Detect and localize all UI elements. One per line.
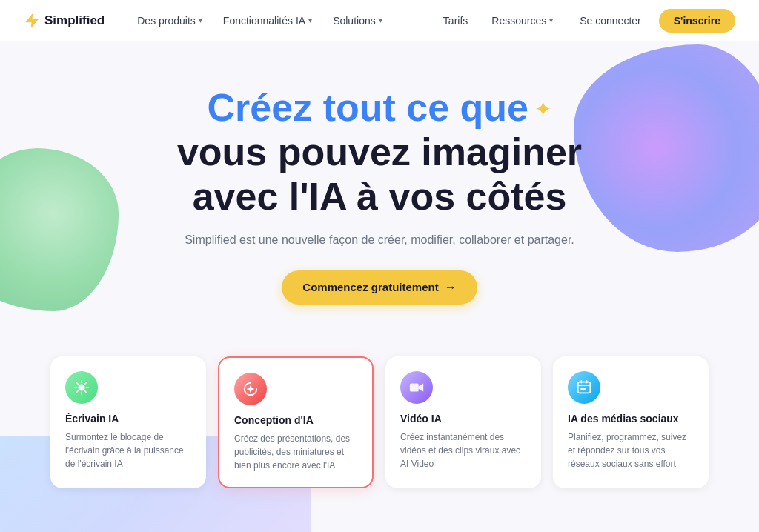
svg-rect-6	[583, 388, 586, 390]
card-medias-sociaux[interactable]: IA des médias sociaux Planifiez, program…	[553, 356, 709, 488]
hero-title-colored: Créez tout ce que	[208, 86, 528, 129]
card-icon-conception	[234, 373, 267, 405]
nav-label-solutions: Solutions	[333, 15, 376, 27]
nav-label-ai-features: Fonctionnalités IA	[223, 15, 305, 27]
hero-section: Créez tout ce que ✦ vous pouvez imaginer…	[0, 41, 759, 334]
card-conception-ia[interactable]: Conception d'IA Créez des présentations,…	[218, 356, 374, 488]
hero-title-dark-line2: avec l'IA à vos côtés	[15, 175, 744, 219]
logo[interactable]: Simplified	[24, 13, 105, 29]
sparkle-icon: ✦	[534, 97, 551, 122]
nav-label-products: Des produits	[137, 15, 196, 27]
card-video-ia[interactable]: Vidéo IA Créez instantanément des vidéos…	[385, 356, 541, 488]
nav-right: Tarifs Ressources ▾ Se connecter S'inscr…	[434, 9, 735, 33]
logo-icon	[24, 13, 40, 29]
nav-item-ai-features[interactable]: Fonctionnalités IA ▾	[214, 10, 321, 31]
cta-arrow-icon: →	[445, 281, 457, 294]
card-desc-ecrivain: Surmontez le blocage de l'écrivain grâce…	[65, 430, 191, 471]
cta-label: Commencez gratuitement	[302, 281, 438, 293]
nav-item-solutions[interactable]: Solutions ▾	[324, 10, 391, 31]
chevron-down-icon-resources: ▾	[549, 16, 553, 24]
card-desc-video: Créez instantanément des vidéos et des c…	[400, 430, 526, 471]
hero-subtitle: Simplified est une nouvelle façon de cré…	[15, 230, 744, 250]
cards-section: Écrivain IA Surmontez le blocage de l'éc…	[0, 334, 759, 503]
card-ecrivain-ia[interactable]: Écrivain IA Surmontez le blocage de l'éc…	[50, 356, 206, 488]
chevron-down-icon-solutions: ▾	[379, 16, 382, 24]
nav-label-resources: Ressources	[491, 15, 546, 27]
card-title-medias: IA des médias sociaux	[568, 413, 694, 425]
svg-rect-4	[578, 382, 591, 393]
card-title-video: Vidéo IA	[400, 413, 526, 425]
navbar: Simplified Des produits ▾ Fonctionnalité…	[0, 0, 759, 41]
card-title-ecrivain: Écrivain IA	[65, 413, 191, 425]
svg-rect-5	[580, 388, 583, 390]
nav-item-resources[interactable]: Ressources ▾	[483, 10, 562, 31]
nav-item-products[interactable]: Des produits ▾	[128, 10, 211, 31]
card-icon-video	[400, 371, 433, 404]
logo-text: Simplified	[44, 13, 105, 28]
chevron-down-icon-ai-features: ▾	[308, 16, 312, 24]
signup-button[interactable]: S'inscrire	[659, 9, 735, 33]
nav-item-pricing[interactable]: Tarifs	[434, 10, 477, 31]
svg-point-1	[78, 384, 84, 390]
chevron-down-icon-products: ▾	[199, 16, 202, 24]
card-desc-medias: Planifiez, programmez, suivez et réponde…	[568, 430, 694, 471]
card-icon-ecrivain	[65, 371, 98, 404]
nav-links: Des produits ▾ Fonctionnalités IA ▾ Solu…	[128, 10, 434, 31]
hero-title-dark-line1: vous pouvez imaginer	[15, 130, 744, 175]
cta-button[interactable]: Commencez gratuitement →	[282, 270, 477, 305]
card-icon-medias	[568, 371, 600, 404]
login-button[interactable]: Se connecter	[568, 10, 653, 32]
svg-point-2	[248, 387, 253, 391]
svg-marker-0	[26, 13, 39, 27]
nav-label-pricing: Tarifs	[443, 15, 468, 27]
svg-rect-3	[410, 383, 419, 391]
card-desc-conception: Créez des présentations, des publicités,…	[234, 432, 357, 472]
card-title-conception: Conception d'IA	[234, 414, 357, 426]
hero-title: Créez tout ce que ✦	[15, 86, 744, 130]
